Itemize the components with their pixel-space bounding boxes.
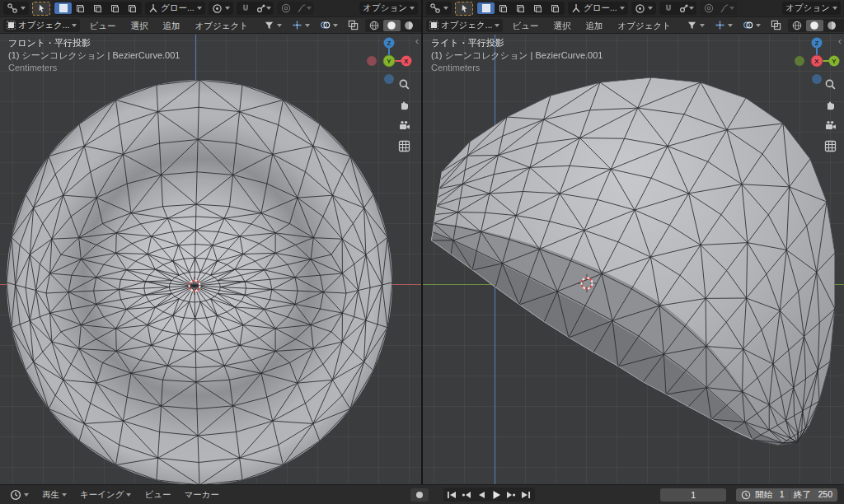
shading-material-button[interactable] <box>823 20 841 31</box>
material-sphere-icon <box>404 21 414 30</box>
shading-rendered-button[interactable] <box>841 20 844 31</box>
next-keyframe-button[interactable] <box>504 488 518 501</box>
select-mode-extend[interactable] <box>495 2 512 14</box>
overlays-toggle-dropdown[interactable] <box>739 19 764 32</box>
select-mode-set[interactable] <box>477 2 495 14</box>
viewport-canvas-front[interactable] <box>0 35 421 484</box>
snap-toggle-button[interactable] <box>237 2 255 14</box>
chevron-down-icon <box>410 7 415 10</box>
prev-keyframe-button[interactable] <box>460 488 474 501</box>
jump-to-start-button[interactable] <box>445 488 459 501</box>
proportional-falloff-dropdown[interactable] <box>295 2 313 14</box>
menu-add[interactable]: 追加 <box>579 19 608 32</box>
menu-view[interactable]: ビュー <box>506 19 544 32</box>
select-mode-subtract[interactable] <box>89 2 106 14</box>
proportional-editing-group <box>700 2 737 15</box>
pivot-icon <box>635 3 645 14</box>
shading-mode-group <box>365 19 421 32</box>
zoom-view-button[interactable] <box>823 77 837 91</box>
menu-object[interactable]: オブジェクト <box>189 19 253 32</box>
playback-controls <box>443 488 535 502</box>
chevron-down-icon <box>756 24 761 27</box>
active-tool-tweak-button[interactable] <box>32 2 50 16</box>
timeline-menu-marker[interactable]: マーカー <box>179 489 224 501</box>
tool-settings-bar: グロー... オプション <box>0 0 421 17</box>
object-visibility-filter-dropdown[interactable] <box>260 19 285 32</box>
proportional-falloff-dropdown[interactable] <box>718 2 736 14</box>
shading-material-button[interactable] <box>401 20 418 31</box>
snap-settings-dropdown[interactable] <box>255 2 273 14</box>
jump-to-end-button[interactable] <box>519 488 533 501</box>
menu-view[interactable]: ビュー <box>83 19 121 32</box>
menu-select[interactable]: 選択 <box>124 19 153 32</box>
active-tool-tweak-button[interactable] <box>455 2 473 16</box>
gizmo-axis-x-neg[interactable] <box>367 56 377 66</box>
options-dropdown[interactable]: オプション <box>359 2 418 15</box>
transform-orientation-dropdown[interactable]: グロー... <box>568 2 628 15</box>
ortho-toggle-button[interactable] <box>823 139 837 153</box>
editor-type-button[interactable] <box>426 2 452 15</box>
pivot-point-dropdown[interactable] <box>209 2 233 15</box>
zoom-view-button[interactable] <box>397 77 411 91</box>
end-frame-field[interactable]: 終了 250 <box>794 489 832 501</box>
gizmos-toggle-dropdown[interactable] <box>711 19 736 32</box>
select-mode-extend[interactable] <box>72 2 89 14</box>
play-button[interactable] <box>490 488 504 501</box>
select-mode-intersect[interactable] <box>546 2 564 14</box>
timeline-editor-type-button[interactable] <box>5 489 34 501</box>
gizmo-axis-y-neg[interactable] <box>795 56 804 66</box>
timeline-menu-view[interactable]: ビュー <box>139 489 176 501</box>
current-frame-field[interactable]: 1 <box>660 488 726 502</box>
options-dropdown[interactable]: オプション <box>782 2 841 15</box>
xray-toggle-button[interactable] <box>767 19 785 32</box>
auto-keying-record-button[interactable] <box>410 488 429 502</box>
viewport-canvas-right[interactable] <box>423 35 844 484</box>
camera-view-button[interactable] <box>397 119 411 133</box>
snap-toggle-button[interactable] <box>660 2 678 14</box>
select-mode-group <box>54 2 142 15</box>
xray-toggle-button[interactable] <box>345 19 362 32</box>
shading-wireframe-button[interactable] <box>789 20 806 31</box>
pan-view-button[interactable] <box>823 98 837 112</box>
ortho-toggle-button[interactable] <box>397 139 411 153</box>
timeline-menu-playback[interactable]: 再生 <box>37 489 72 501</box>
mode-dropdown[interactable]: オブジェク... <box>426 19 503 32</box>
select-mode-invert[interactable] <box>106 2 124 14</box>
shading-mode-group <box>788 19 844 32</box>
shading-solid-button[interactable] <box>806 20 823 31</box>
transform-orientation-dropdown[interactable]: グロー... <box>145 2 205 15</box>
record-dot-icon <box>415 491 424 499</box>
proportional-editing-toggle[interactable] <box>278 2 295 14</box>
camera-view-button[interactable] <box>823 119 837 133</box>
pan-view-button[interactable] <box>397 98 411 112</box>
proportional-circle-icon <box>704 3 714 13</box>
solid-sphere-icon <box>387 21 396 30</box>
chevron-down-icon <box>495 24 499 27</box>
select-mode-subtract[interactable] <box>512 2 529 14</box>
mode-dropdown[interactable]: オブジェク... <box>3 19 80 32</box>
gizmo-axis-z-neg[interactable] <box>384 74 394 84</box>
object-visibility-filter-dropdown[interactable] <box>683 19 708 32</box>
play-reverse-button[interactable] <box>475 488 489 501</box>
menu-object[interactable]: オブジェクト <box>612 19 676 32</box>
menu-select[interactable]: 選択 <box>547 19 576 32</box>
gizmos-toggle-dropdown[interactable] <box>288 19 313 32</box>
gizmo-z-label: Z <box>387 40 392 47</box>
viewport-header: オブジェク... ビュー 選択 追加 オブジェクト <box>423 17 844 34</box>
chevron-down-icon <box>700 24 705 27</box>
overlays-toggle-dropdown[interactable] <box>316 19 341 32</box>
select-mode-set[interactable] <box>54 2 72 14</box>
select-mode-invert[interactable] <box>529 2 546 14</box>
shading-wireframe-button[interactable] <box>366 20 383 31</box>
sidebar-toggle-arrow[interactable]: ‹ <box>415 36 419 46</box>
pivot-point-dropdown[interactable] <box>631 2 656 15</box>
editor-type-button[interactable] <box>3 2 29 15</box>
shading-solid-button[interactable] <box>383 20 401 31</box>
start-frame-field[interactable]: 開始 1 <box>755 489 785 501</box>
snap-settings-dropdown[interactable] <box>678 2 696 14</box>
menu-add[interactable]: 追加 <box>157 19 185 32</box>
select-mode-intersect[interactable] <box>124 2 141 14</box>
timeline-menu-keying[interactable]: キーイング <box>75 489 136 501</box>
proportional-editing-toggle[interactable] <box>701 2 718 14</box>
gizmo-axis-z-neg[interactable] <box>812 74 822 84</box>
